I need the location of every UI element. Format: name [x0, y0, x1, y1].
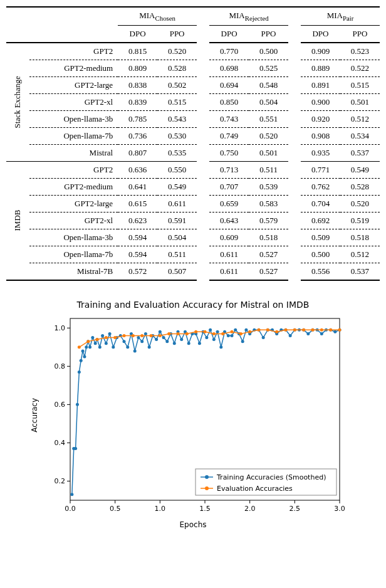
- svg-point-72: [216, 330, 219, 333]
- table-row: Stack ExchangeGPT20.8150.5200.7700.5000.…: [6, 43, 380, 60]
- table-row: Open-llama-7b0.5940.5110.6110.5270.5000.…: [6, 246, 380, 263]
- svg-point-118: [221, 332, 224, 335]
- svg-point-31: [81, 349, 85, 352]
- svg-point-64: [187, 342, 190, 345]
- section-label: IMDB: [6, 161, 29, 280]
- model-cell: Open-llama-3b: [29, 110, 118, 127]
- table-row: IMDBGPT20.6360.5500.7130.5110.7710.549: [6, 161, 380, 178]
- table-row: GPT2-xl0.8390.5150.8500.5040.9000.501: [6, 93, 380, 110]
- results-table: MIAChosen MIARejected MIAPair DPO PPO DP…: [6, 6, 380, 281]
- table-row: Open-llama-3b0.5940.5040.6090.5180.5090.…: [6, 229, 380, 246]
- svg-point-56: [159, 330, 162, 333]
- accuracy-chart: Training and Evaluation Accuracy for Mis…: [30, 300, 356, 529]
- model-cell: GPT2: [29, 43, 118, 60]
- svg-point-67: [198, 342, 201, 345]
- svg-point-121: [248, 330, 251, 333]
- svg-point-69: [205, 336, 208, 339]
- table-row: GPT2-large0.8380.5020.6940.5480.8910.515: [6, 76, 380, 93]
- svg-point-75: [227, 334, 230, 337]
- svg-point-40: [101, 334, 104, 337]
- svg-point-116: [204, 330, 207, 333]
- svg-point-97: [320, 332, 323, 335]
- svg-point-129: [320, 328, 323, 331]
- svg-point-94: [306, 332, 310, 335]
- model-cell: Open-llama-7b: [29, 127, 118, 144]
- svg-point-55: [155, 338, 158, 341]
- svg-point-102: [78, 345, 81, 349]
- svg-point-104: [96, 338, 99, 341]
- svg-point-130: [329, 328, 332, 331]
- svg-point-137: [205, 486, 209, 490]
- model-cell: GPT2-medium: [29, 178, 118, 195]
- table-row: GPT2-large0.6150.6110.6590.5830.7040.520: [6, 195, 380, 212]
- table-row: Open-llama-7b0.7360.5300.7490.5200.9080.…: [6, 127, 380, 144]
- svg-text:0.5: 0.5: [110, 505, 121, 513]
- svg-point-131: [338, 328, 342, 331]
- svg-point-39: [98, 345, 102, 349]
- svg-text:2.0: 2.0: [244, 505, 256, 513]
- chart-xlabel: Epochs: [30, 520, 356, 529]
- table-row: GPT2-medium0.6410.5490.7070.5390.7620.52…: [6, 178, 380, 195]
- svg-point-84: [262, 336, 265, 339]
- svg-point-120: [239, 332, 243, 335]
- svg-point-33: [85, 345, 88, 349]
- svg-point-114: [185, 332, 189, 335]
- svg-point-134: [205, 475, 209, 479]
- svg-text:1.5: 1.5: [199, 505, 211, 513]
- svg-point-128: [311, 328, 315, 331]
- svg-point-30: [80, 359, 83, 362]
- svg-text:Training Accuracies (Smoothed): Training Accuracies (Smoothed): [216, 473, 326, 481]
- svg-text:1.0: 1.0: [155, 505, 165, 513]
- svg-point-106: [113, 336, 117, 339]
- svg-point-115: [194, 330, 197, 333]
- model-cell: GPT2-large: [29, 195, 118, 212]
- table-row: GPT2-xl0.6230.5910.6430.5790.6920.519: [6, 212, 380, 229]
- svg-point-100: [333, 330, 336, 333]
- svg-point-90: [289, 334, 292, 337]
- model-cell: GPT2: [29, 161, 118, 178]
- svg-point-107: [123, 334, 126, 337]
- svg-text:3.0: 3.0: [334, 505, 345, 513]
- svg-point-57: [162, 336, 165, 339]
- svg-point-105: [105, 336, 108, 339]
- chart-ylabel: Accuracy: [30, 398, 39, 433]
- svg-point-53: [148, 345, 151, 349]
- svg-point-27: [74, 447, 77, 450]
- svg-point-47: [126, 345, 129, 349]
- col-group-rejected: MIARejected: [209, 7, 288, 25]
- svg-point-62: [180, 338, 183, 341]
- svg-point-123: [266, 328, 269, 331]
- svg-point-112: [167, 332, 170, 335]
- model-cell: Open-llama-3b: [29, 229, 118, 246]
- table-row: Mistral-7B0.5720.5070.6110.5270.5560.537: [6, 263, 380, 280]
- svg-text:1.0: 1.0: [55, 324, 66, 332]
- svg-point-41: [105, 342, 108, 345]
- model-cell: GPT2-large: [29, 76, 118, 93]
- chart-title: Training and Evaluation Accuracy for Mis…: [30, 300, 356, 310]
- model-cell: GPT2-xl: [29, 93, 118, 110]
- model-cell: Mistral: [29, 144, 118, 161]
- table-row: Open-llama-3b0.7850.5430.7430.5510.9200.…: [6, 110, 380, 127]
- svg-text:0.0: 0.0: [65, 505, 76, 513]
- svg-point-125: [284, 328, 288, 331]
- svg-point-103: [86, 340, 90, 343]
- svg-point-110: [150, 334, 153, 337]
- svg-point-32: [83, 355, 86, 358]
- svg-point-71: [212, 338, 216, 341]
- svg-point-124: [275, 330, 278, 333]
- svg-point-127: [302, 328, 305, 331]
- svg-point-111: [159, 334, 162, 337]
- model-cell: Open-llama-7b: [29, 246, 118, 263]
- svg-text:0.8: 0.8: [55, 362, 66, 370]
- svg-point-25: [70, 493, 73, 496]
- svg-point-29: [78, 370, 81, 374]
- svg-point-50: [137, 336, 140, 339]
- svg-point-76: [231, 334, 234, 337]
- col-sub: PPO: [249, 25, 288, 43]
- svg-point-108: [132, 334, 135, 337]
- svg-point-42: [108, 332, 112, 335]
- col-sub: DPO: [118, 25, 157, 43]
- svg-point-51: [140, 340, 143, 343]
- svg-point-113: [177, 332, 180, 335]
- col-sub: PPO: [157, 25, 197, 43]
